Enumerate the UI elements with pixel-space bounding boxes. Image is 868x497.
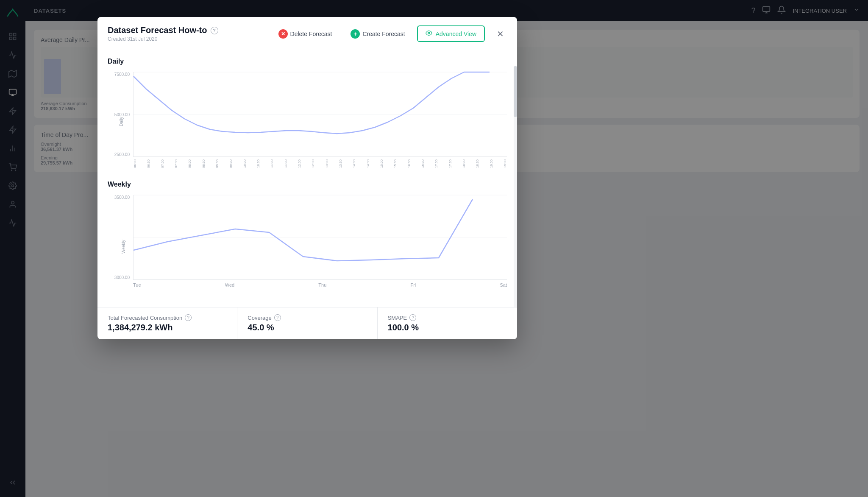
daily-x-tick: 18:00 (462, 159, 466, 168)
modal-title-block: Dataset Forecast How-to ? Created 31st J… (108, 25, 272, 42)
daily-x-tick: 06:30 (147, 159, 150, 168)
daily-x-tick: 09:30 (229, 159, 233, 168)
daily-x-tick: 11:00 (270, 159, 274, 168)
stat-coverage-value: 45.0 % (248, 323, 367, 332)
daily-x-tick: 14:30 (366, 159, 370, 168)
stat-total-value: 1,384,279.2 kWh (108, 323, 227, 332)
daily-chart-title: Daily (108, 58, 507, 65)
daily-y-tick-1: 7500.00 (114, 72, 130, 77)
weekly-x-tick-3: Thu (318, 282, 326, 288)
weekly-y-label: Weekly (121, 240, 126, 254)
daily-x-tick: 08:30 (202, 159, 206, 168)
daily-x-tick: 13:00 (325, 159, 329, 168)
stat-coverage: Coverage ? 45.0 % (237, 307, 377, 339)
stat-total-info-icon[interactable]: ? (185, 314, 192, 321)
svg-point-21 (428, 32, 430, 34)
stat-smape: SMAPE ? 100.0 % (378, 307, 517, 339)
daily-chart-svg (134, 72, 507, 156)
stat-smape-value: 100.0 % (388, 323, 507, 332)
daily-x-tick: 10:00 (243, 159, 247, 168)
weekly-y-tick-2: 3000.00 (114, 275, 130, 280)
stat-smape-info-icon[interactable]: ? (409, 314, 416, 321)
daily-y-tick-2: 5000.00 (114, 112, 130, 117)
daily-x-tick: 18:30 (476, 159, 479, 168)
daily-x-tick: 10:30 (256, 159, 260, 168)
modal-title: Dataset Forecast How-to ? (108, 25, 272, 35)
weekly-chart-section: Weekly 3500.00 3000.00 Weekly (108, 181, 507, 288)
daily-x-tick: 17:30 (448, 159, 452, 168)
daily-x-tick: 09:00 (215, 159, 219, 168)
forecast-modal: Dataset Forecast How-to ? Created 31st J… (97, 17, 517, 339)
daily-y-label: Daily (119, 117, 124, 126)
modal-scrollbar-thumb[interactable] (514, 66, 517, 117)
daily-x-tick: 19:30 (503, 159, 507, 168)
advanced-view-button[interactable]: Advanced View (417, 25, 485, 42)
daily-x-tick: 12:00 (298, 159, 301, 168)
weekly-x-tick-1: Tue (133, 282, 141, 288)
daily-x-tick: 16:30 (421, 159, 425, 168)
stat-total-label: Total Forecasted Consumption ? (108, 314, 227, 321)
daily-x-tick: 07:30 (174, 159, 178, 168)
daily-x-tick: 07:00 (161, 159, 164, 168)
eye-icon (426, 30, 432, 38)
weekly-chart-svg (134, 195, 507, 279)
weekly-y-tick-1: 3500.00 (114, 195, 130, 200)
daily-y-tick-3: 2500.00 (114, 152, 130, 157)
create-icon: + (351, 29, 360, 39)
weekly-x-tick-5: Sat (500, 282, 507, 288)
close-modal-button[interactable]: ✕ (493, 27, 507, 41)
title-help-icon[interactable]: ? (211, 27, 218, 34)
modal-footer: Total Forecasted Consumption ? 1,384,279… (97, 307, 517, 339)
daily-x-tick: 13:30 (339, 159, 342, 168)
modal-actions: ✕ Delete Forecast + Create Forecast Adva… (272, 25, 507, 42)
stat-coverage-label: Coverage ? (248, 314, 367, 321)
weekly-chart-title: Weekly (108, 181, 507, 188)
daily-x-tick: 19:00 (490, 159, 493, 168)
stat-total-consumption: Total Forecasted Consumption ? 1,384,279… (97, 307, 237, 339)
delete-forecast-button[interactable]: ✕ Delete Forecast (272, 26, 339, 42)
daily-x-tick: 11:30 (284, 159, 288, 168)
weekly-x-tick-2: Wed (225, 282, 234, 288)
daily-x-tick: 12:30 (311, 159, 315, 168)
daily-chart-section: Daily 7500.00 5000.00 2500.00 Daily (108, 58, 507, 168)
create-forecast-button[interactable]: + Create Forecast (344, 26, 412, 42)
daily-x-tick: 16:00 (407, 159, 411, 168)
modal-body: Daily 7500.00 5000.00 2500.00 Daily (97, 49, 517, 307)
weekly-x-tick-4: Fri (410, 282, 416, 288)
modal-subtitle: Created 31st Jul 2020 (108, 36, 272, 42)
stat-coverage-info-icon[interactable]: ? (274, 314, 281, 321)
daily-x-tick: 06:00 (133, 159, 137, 168)
modal-scrollbar-track[interactable] (514, 66, 517, 308)
delete-icon: ✕ (278, 29, 288, 39)
stat-smape-label: SMAPE ? (388, 314, 507, 321)
daily-x-tick: 17:00 (434, 159, 438, 168)
daily-x-tick: 15:30 (393, 159, 397, 168)
daily-x-tick: 08:00 (188, 159, 192, 168)
daily-x-tick: 14:00 (352, 159, 356, 168)
daily-x-tick: 15:00 (380, 159, 384, 168)
modal-header: Dataset Forecast How-to ? Created 31st J… (97, 17, 517, 49)
